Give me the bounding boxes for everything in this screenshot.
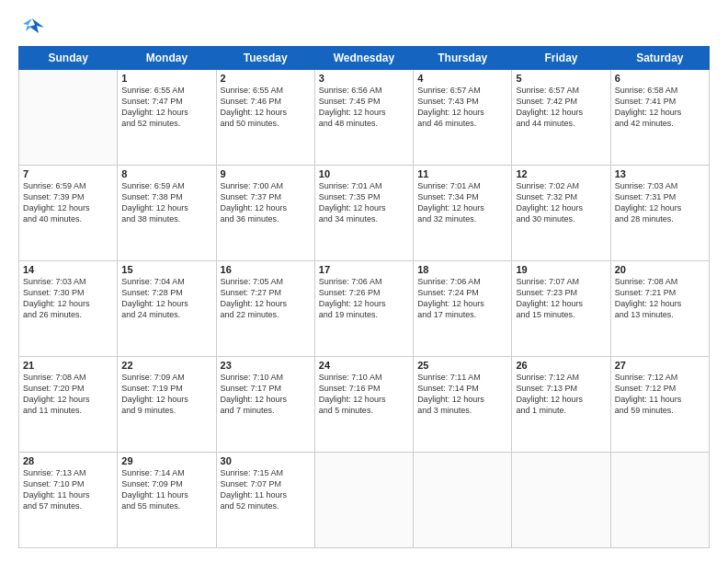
svg-marker-1 xyxy=(23,18,32,31)
day-cell-28: 28Sunrise: 7:13 AMSunset: 7:10 PMDayligh… xyxy=(19,453,118,548)
day-number: 11 xyxy=(417,168,507,179)
day-cell-8: 8Sunrise: 6:59 AMSunset: 7:38 PMDaylight… xyxy=(118,166,216,261)
weekday-header-saturday: Saturday xyxy=(610,47,709,70)
day-number: 16 xyxy=(221,264,311,275)
cell-text: Sunrise: 6:59 AMSunset: 7:38 PMDaylight:… xyxy=(121,180,211,225)
cell-text: Sunrise: 7:08 AMSunset: 7:20 PMDaylight:… xyxy=(23,372,113,417)
day-cell-24: 24Sunrise: 7:10 AMSunset: 7:16 PMDayligh… xyxy=(314,357,413,453)
day-number: 30 xyxy=(221,455,311,466)
weekday-header-sunday: Sunday xyxy=(19,47,118,70)
day-number: 8 xyxy=(121,168,211,179)
day-number: 19 xyxy=(516,264,606,275)
day-number: 7 xyxy=(23,168,113,179)
day-cell-14: 14Sunrise: 7:03 AMSunset: 7:30 PMDayligh… xyxy=(19,261,118,357)
cell-text: Sunrise: 7:01 AMSunset: 7:35 PMDaylight:… xyxy=(319,180,409,225)
empty-cell xyxy=(414,453,512,548)
day-number: 12 xyxy=(516,168,606,179)
cell-text: Sunrise: 6:55 AMSunset: 7:46 PMDaylight:… xyxy=(221,85,311,130)
weekday-header-friday: Friday xyxy=(512,47,610,70)
cell-text: Sunrise: 7:08 AMSunset: 7:21 PMDaylight:… xyxy=(615,276,705,321)
day-cell-30: 30Sunrise: 7:15 AMSunset: 7:07 PMDayligh… xyxy=(216,453,314,548)
day-number: 20 xyxy=(615,264,705,275)
cell-text: Sunrise: 7:14 AMSunset: 7:09 PMDaylight:… xyxy=(121,467,211,512)
day-cell-16: 16Sunrise: 7:05 AMSunset: 7:27 PMDayligh… xyxy=(216,261,314,357)
cell-text: Sunrise: 7:12 AMSunset: 7:13 PMDaylight:… xyxy=(516,372,606,417)
day-cell-18: 18Sunrise: 7:06 AMSunset: 7:24 PMDayligh… xyxy=(414,261,512,357)
day-cell-12: 12Sunrise: 7:02 AMSunset: 7:32 PMDayligh… xyxy=(512,166,610,261)
week-row-4: 21Sunrise: 7:08 AMSunset: 7:20 PMDayligh… xyxy=(19,357,710,453)
empty-cell xyxy=(314,453,413,548)
cell-text: Sunrise: 7:06 AMSunset: 7:26 PMDaylight:… xyxy=(319,276,409,321)
day-number: 26 xyxy=(516,360,606,371)
day-cell-1: 1Sunrise: 6:55 AMSunset: 7:47 PMDaylight… xyxy=(118,70,216,166)
day-cell-20: 20Sunrise: 7:08 AMSunset: 7:21 PMDayligh… xyxy=(610,261,709,357)
header xyxy=(18,15,710,37)
day-cell-25: 25Sunrise: 7:11 AMSunset: 7:14 PMDayligh… xyxy=(414,357,512,453)
day-cell-19: 19Sunrise: 7:07 AMSunset: 7:23 PMDayligh… xyxy=(512,261,610,357)
cell-text: Sunrise: 7:13 AMSunset: 7:10 PMDaylight:… xyxy=(23,467,113,512)
empty-cell xyxy=(610,453,709,548)
cell-text: Sunrise: 6:55 AMSunset: 7:47 PMDaylight:… xyxy=(121,85,211,130)
day-number: 24 xyxy=(319,360,409,371)
day-number: 27 xyxy=(615,360,705,371)
day-number: 15 xyxy=(121,264,211,275)
week-row-5: 28Sunrise: 7:13 AMSunset: 7:10 PMDayligh… xyxy=(19,453,710,548)
day-number: 13 xyxy=(615,168,705,179)
day-cell-27: 27Sunrise: 7:12 AMSunset: 7:12 PMDayligh… xyxy=(610,357,709,453)
cell-text: Sunrise: 6:56 AMSunset: 7:45 PMDaylight:… xyxy=(319,85,409,130)
day-cell-2: 2Sunrise: 6:55 AMSunset: 7:46 PMDaylight… xyxy=(216,70,314,166)
day-cell-4: 4Sunrise: 6:57 AMSunset: 7:43 PMDaylight… xyxy=(414,70,512,166)
cell-text: Sunrise: 7:05 AMSunset: 7:27 PMDaylight:… xyxy=(221,276,311,321)
empty-cell xyxy=(512,453,610,548)
day-cell-10: 10Sunrise: 7:01 AMSunset: 7:35 PMDayligh… xyxy=(314,166,413,261)
day-number: 17 xyxy=(319,264,409,275)
day-cell-3: 3Sunrise: 6:56 AMSunset: 7:45 PMDaylight… xyxy=(314,70,413,166)
day-cell-13: 13Sunrise: 7:03 AMSunset: 7:31 PMDayligh… xyxy=(610,166,709,261)
day-number: 9 xyxy=(221,168,311,179)
week-row-1: 1Sunrise: 6:55 AMSunset: 7:47 PMDaylight… xyxy=(19,70,710,166)
cell-text: Sunrise: 7:00 AMSunset: 7:37 PMDaylight:… xyxy=(221,180,311,225)
cell-text: Sunrise: 7:11 AMSunset: 7:14 PMDaylight:… xyxy=(417,372,507,417)
weekday-header-row: SundayMondayTuesdayWednesdayThursdayFrid… xyxy=(19,47,710,70)
day-cell-26: 26Sunrise: 7:12 AMSunset: 7:13 PMDayligh… xyxy=(512,357,610,453)
day-number: 22 xyxy=(121,360,211,371)
day-cell-29: 29Sunrise: 7:14 AMSunset: 7:09 PMDayligh… xyxy=(118,453,216,548)
cell-text: Sunrise: 6:58 AMSunset: 7:41 PMDaylight:… xyxy=(615,85,705,130)
cell-text: Sunrise: 7:12 AMSunset: 7:12 PMDaylight:… xyxy=(615,372,705,417)
calendar-table: SundayMondayTuesdayWednesdayThursdayFrid… xyxy=(18,46,710,548)
day-cell-17: 17Sunrise: 7:06 AMSunset: 7:26 PMDayligh… xyxy=(314,261,413,357)
logo-icon xyxy=(18,15,46,37)
day-number: 3 xyxy=(319,73,409,84)
weekday-header-tuesday: Tuesday xyxy=(216,47,314,70)
cell-text: Sunrise: 7:10 AMSunset: 7:16 PMDaylight:… xyxy=(319,372,409,417)
day-number: 28 xyxy=(23,455,113,466)
day-cell-21: 21Sunrise: 7:08 AMSunset: 7:20 PMDayligh… xyxy=(19,357,118,453)
day-number: 4 xyxy=(417,73,507,84)
cell-text: Sunrise: 7:15 AMSunset: 7:07 PMDaylight:… xyxy=(221,467,311,512)
empty-cell xyxy=(19,70,118,166)
day-number: 10 xyxy=(319,168,409,179)
day-cell-23: 23Sunrise: 7:10 AMSunset: 7:17 PMDayligh… xyxy=(216,357,314,453)
weekday-header-monday: Monday xyxy=(118,47,216,70)
cell-text: Sunrise: 7:07 AMSunset: 7:23 PMDaylight:… xyxy=(516,276,606,321)
day-number: 14 xyxy=(23,264,113,275)
cell-text: Sunrise: 7:04 AMSunset: 7:28 PMDaylight:… xyxy=(121,276,211,321)
day-cell-7: 7Sunrise: 6:59 AMSunset: 7:39 PMDaylight… xyxy=(19,166,118,261)
day-number: 18 xyxy=(417,264,507,275)
cell-text: Sunrise: 7:03 AMSunset: 7:31 PMDaylight:… xyxy=(615,180,705,225)
day-number: 5 xyxy=(516,73,606,84)
day-cell-11: 11Sunrise: 7:01 AMSunset: 7:34 PMDayligh… xyxy=(414,166,512,261)
cell-text: Sunrise: 7:03 AMSunset: 7:30 PMDaylight:… xyxy=(23,276,113,321)
cell-text: Sunrise: 7:01 AMSunset: 7:34 PMDaylight:… xyxy=(417,180,507,225)
day-number: 23 xyxy=(221,360,311,371)
svg-marker-0 xyxy=(29,18,44,33)
cell-text: Sunrise: 7:09 AMSunset: 7:19 PMDaylight:… xyxy=(121,372,211,417)
day-number: 1 xyxy=(121,73,211,84)
day-cell-6: 6Sunrise: 6:58 AMSunset: 7:41 PMDaylight… xyxy=(610,70,709,166)
weekday-header-wednesday: Wednesday xyxy=(314,47,413,70)
day-number: 25 xyxy=(417,360,507,371)
page: SundayMondayTuesdayWednesdayThursdayFrid… xyxy=(0,0,728,563)
cell-text: Sunrise: 7:06 AMSunset: 7:24 PMDaylight:… xyxy=(417,276,507,321)
cell-text: Sunrise: 7:10 AMSunset: 7:17 PMDaylight:… xyxy=(221,372,311,417)
weekday-header-thursday: Thursday xyxy=(414,47,512,70)
